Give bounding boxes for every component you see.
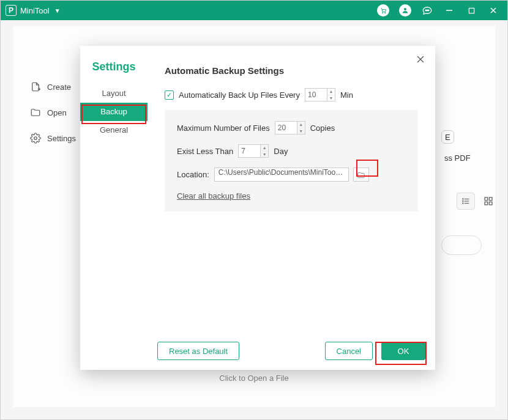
max-files-unit: Copies [310, 123, 335, 133]
view-toggle-group [457, 193, 495, 210]
create-tool[interactable]: Create [30, 81, 76, 92]
spinner-down-icon[interactable]: ▼ [297, 128, 305, 134]
backup-subpanel: Maximum Number of Files ▲ ▼ Copies Exist… [165, 110, 418, 212]
less-than-unit: Day [274, 147, 288, 156]
max-files-spinner[interactable]: ▲ ▼ [275, 121, 305, 134]
user-icon [399, 4, 411, 17]
svg-rect-20 [489, 197, 492, 201]
spinner-down-icon[interactable]: ▼ [261, 152, 268, 158]
spinner-buttons: ▲ ▼ [297, 121, 305, 134]
feedback-button[interactable] [418, 1, 436, 20]
svg-point-4 [427, 10, 428, 11]
open-file-hint[interactable]: Click to Open a File [13, 374, 495, 383]
gear-icon [30, 133, 41, 144]
background-snippet-top: E [441, 130, 454, 144]
window-titlebar: P MiniTool ▼ [1, 1, 507, 20]
window-minimize-button[interactable] [440, 1, 458, 20]
app-name: MiniTool [20, 6, 50, 15]
tab-backup[interactable]: Backup [80, 103, 148, 121]
create-icon [30, 81, 41, 92]
dialog-title: Automatic Backup Settings [165, 65, 418, 76]
location-label: Location: [177, 170, 209, 179]
cart-button[interactable] [374, 1, 392, 20]
svg-point-3 [425, 10, 427, 11]
svg-point-5 [428, 10, 430, 11]
dialog-heading: Settings [80, 61, 148, 73]
svg-rect-7 [469, 8, 474, 13]
less-than-spinner[interactable]: ▲ ▼ [238, 144, 269, 158]
auto-backup-input[interactable] [305, 88, 327, 101]
window-close-button[interactable] [484, 1, 502, 20]
reset-default-button[interactable]: Reset as Default [157, 342, 239, 360]
auto-backup-checkbox[interactable]: ✓ [165, 90, 174, 100]
clear-backup-link[interactable]: Clear all backup files [177, 191, 250, 201]
svg-point-1 [384, 12, 385, 13]
folder-icon [357, 171, 365, 179]
dialog-sidebar: Settings Layout Backup General [80, 46, 148, 370]
tab-general[interactable]: General [80, 121, 148, 139]
svg-point-16 [463, 199, 463, 199]
list-icon [461, 197, 470, 205]
max-files-label: Maximum Number of Files [177, 123, 270, 133]
svg-rect-19 [485, 197, 488, 201]
max-files-input[interactable] [275, 121, 297, 134]
app-dropdown-icon[interactable]: ▼ [54, 7, 61, 14]
spinner-up-icon[interactable]: ▲ [297, 122, 305, 128]
less-than-input[interactable] [238, 144, 260, 158]
app-logo-icon: P [6, 5, 17, 16]
less-than-row: Exist Less Than ▲ ▼ Day [177, 144, 406, 158]
spinner-up-icon[interactable]: ▲ [327, 89, 335, 95]
background-snippet-bottom: ss PDF [444, 153, 471, 163]
settings-dialog: Settings Layout Backup General Automatic… [80, 46, 435, 370]
spinner-down-icon[interactable]: ▼ [327, 95, 335, 101]
grid-icon [484, 196, 493, 206]
svg-point-0 [382, 12, 383, 13]
background-pill[interactable] [441, 235, 482, 255]
create-label: Create [47, 83, 71, 92]
auto-backup-row: ✓ Automatically Back Up Files Every ▲ ▼ … [165, 88, 418, 101]
cancel-button[interactable]: Cancel [325, 342, 373, 360]
location-row: Location: C:\Users\Public\Documents\Mini… [177, 168, 406, 182]
settings-tool[interactable]: Settings [30, 133, 76, 144]
open-tool[interactable]: Open [30, 107, 76, 118]
less-than-label: Exist Less Than [177, 147, 233, 156]
account-button[interactable] [396, 1, 414, 20]
spinner-buttons: ▲ ▼ [260, 144, 269, 158]
dialog-footer: Reset as Default Cancel OK [157, 342, 425, 360]
svg-point-17 [463, 201, 463, 201]
auto-backup-label: Automatically Back Up Files Every [179, 90, 300, 100]
auto-backup-spinner[interactable]: ▲ ▼ [305, 88, 335, 101]
grid-view-button[interactable] [482, 195, 495, 207]
list-view-button[interactable] [457, 193, 475, 210]
location-input[interactable]: C:\Users\Public\Documents\MiniToolPDFD [214, 168, 349, 182]
dialog-content: Automatic Backup Settings ✓ Automaticall… [148, 46, 435, 370]
svg-point-12 [34, 137, 37, 140]
svg-rect-21 [485, 202, 488, 205]
svg-rect-22 [489, 202, 492, 205]
svg-point-18 [463, 203, 463, 204]
open-icon [30, 107, 41, 118]
auto-backup-unit: Min [340, 90, 353, 100]
cart-icon [377, 4, 389, 17]
settings-label: Settings [47, 134, 76, 143]
left-tool-panel: Create Open Settings [30, 81, 76, 144]
ok-button[interactable]: OK [381, 342, 425, 360]
tab-layout[interactable]: Layout [80, 84, 148, 103]
svg-point-2 [404, 8, 406, 10]
window-maximize-button[interactable] [462, 1, 480, 20]
max-files-row: Maximum Number of Files ▲ ▼ Copies [177, 121, 406, 134]
open-label: Open [47, 108, 67, 117]
location-browse-button[interactable] [353, 168, 369, 182]
spinner-up-icon[interactable]: ▲ [261, 145, 268, 152]
spinner-buttons: ▲ ▼ [327, 88, 335, 101]
